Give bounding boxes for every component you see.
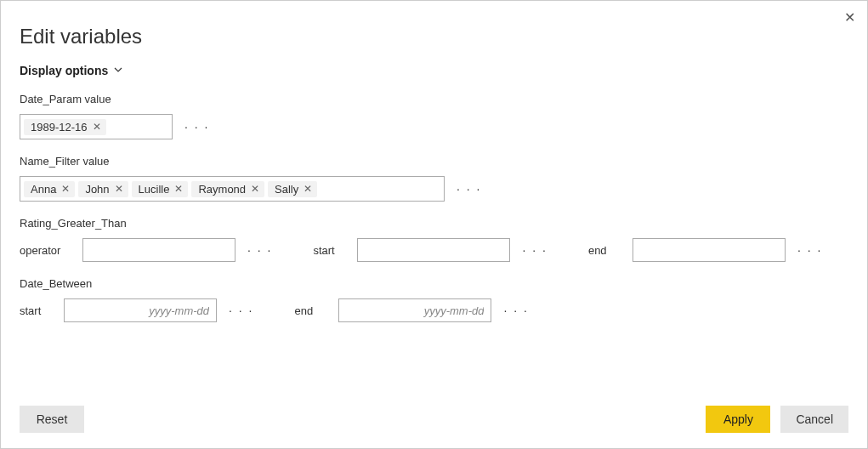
rating-start-more-button[interactable]: · · · <box>522 243 547 257</box>
name-filter-label: Name_Filter value <box>20 155 848 168</box>
token-text: 1989-12-16 <box>31 121 88 134</box>
date-between-end-more-button[interactable]: · · · <box>503 304 528 317</box>
remove-token-icon[interactable]: ✕ <box>61 183 70 195</box>
name-filter-input[interactable]: Anna ✕ John ✕ Lucille ✕ Raymond ✕ Sally … <box>20 176 445 202</box>
reset-button[interactable]: Reset <box>20 406 84 433</box>
date-between-end-input[interactable] <box>338 298 491 322</box>
name-filter-more-button[interactable]: · · · <box>457 182 481 196</box>
name-filter-token[interactable]: Raymond ✕ <box>191 181 264 197</box>
remove-token-icon[interactable]: ✕ <box>304 183 312 195</box>
date-between-label: Date_Between <box>20 277 848 290</box>
display-options-toggle[interactable]: Display options <box>20 64 123 77</box>
name-filter-token[interactable]: Anna ✕ <box>24 181 75 197</box>
dialog-title: Edit variables <box>20 25 848 48</box>
dialog-footer: Reset Apply Cancel <box>20 406 848 433</box>
name-filter-token[interactable]: Lucille ✕ <box>132 181 189 197</box>
rating-end-more-button[interactable]: · · · <box>797 243 822 257</box>
token-text: Sally <box>275 183 298 196</box>
rating-greater-than-label: Rating_Greater_Than <box>20 217 848 230</box>
rating-end-input[interactable] <box>633 238 786 262</box>
name-filter-token[interactable]: John ✕ <box>78 181 128 197</box>
cancel-button[interactable]: Cancel <box>780 406 848 433</box>
operator-label: operator <box>20 244 71 257</box>
date-param-more-button[interactable]: · · · <box>184 120 209 134</box>
date-param-input[interactable]: 1989-12-16 ✕ <box>20 114 173 139</box>
edit-variables-dialog: ✕ Edit variables Display options Date_Pa… <box>0 0 868 449</box>
date-between-end-label: end <box>294 304 326 317</box>
rating-start-input[interactable] <box>357 238 510 262</box>
operator-input[interactable] <box>82 238 235 262</box>
token-text: John <box>85 183 109 196</box>
token-text: Lucille <box>139 183 170 196</box>
rating-start-label: start <box>313 244 345 257</box>
chevron-down-icon <box>113 64 123 77</box>
date-param-token[interactable]: 1989-12-16 ✕ <box>24 119 106 135</box>
remove-token-icon[interactable]: ✕ <box>115 183 123 195</box>
display-options-label: Display options <box>20 64 108 77</box>
name-filter-token[interactable]: Sally ✕ <box>268 181 317 197</box>
remove-token-icon[interactable]: ✕ <box>93 121 101 133</box>
close-button[interactable]: ✕ <box>844 9 855 26</box>
date-param-label: Date_Param value <box>20 93 848 105</box>
date-between-start-more-button[interactable]: · · · <box>229 304 253 317</box>
close-icon: ✕ <box>844 10 855 25</box>
token-text: Anna <box>31 183 56 196</box>
apply-button[interactable]: Apply <box>706 406 770 433</box>
operator-more-button[interactable]: · · · <box>247 243 272 257</box>
remove-token-icon[interactable]: ✕ <box>251 183 259 195</box>
rating-end-label: end <box>588 244 621 257</box>
remove-token-icon[interactable]: ✕ <box>174 183 183 195</box>
date-between-start-input[interactable] <box>64 298 217 322</box>
token-text: Raymond <box>198 183 246 196</box>
date-between-start-label: start <box>20 304 52 317</box>
